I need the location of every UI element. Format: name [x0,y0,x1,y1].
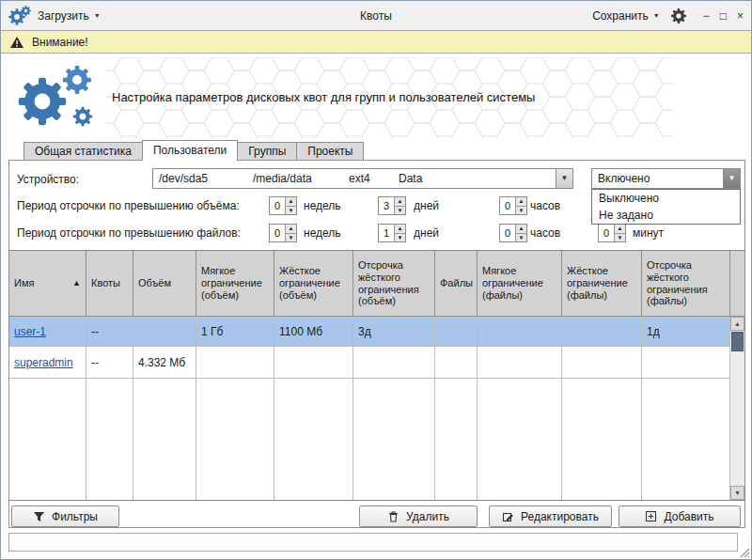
spinner-value[interactable]: 0 [599,225,614,241]
table-empty-area [478,379,562,500]
spinner-value[interactable]: 0 [500,225,515,241]
maximize-button[interactable]: □ [720,10,727,22]
device-filesystem: ext4 [349,172,399,185]
quota-state-arrow-button[interactable]: ▼ [723,169,740,188]
table-cell[interactable]: -- [86,347,133,379]
grace-volume-hours-spinner: 0 ▲ ▼ [499,196,527,215]
table-empty-area [9,379,86,500]
table-cell[interactable] [133,317,196,347]
edit-button[interactable]: Редактировать [489,506,612,527]
sort-ascending-icon: ▲ [72,278,81,288]
column-header-files[interactable]: Файлы [435,251,478,317]
scrollbar-header-cap [730,251,744,317]
spinner-down-icon[interactable]: ▼ [615,234,625,242]
spinner-down-icon[interactable]: ▼ [286,234,296,242]
tab-projects[interactable]: Проекты [296,142,364,161]
scrollbar-track[interactable] [730,331,744,486]
dropdown-option-disabled[interactable]: Выключено [592,190,740,207]
column-header-soft-limit-volume[interactable]: Мягкое ограничение (объём) [196,251,274,317]
spinner-value[interactable]: 1 [379,225,394,241]
grace-files-weeks-spinner: 0 ▲ ▼ [269,224,297,242]
chevron-down-icon: ▼ [728,175,736,182]
load-menu-button[interactable]: Загрузить ▼ [38,9,101,23]
spinner-down-icon[interactable]: ▼ [516,207,526,215]
quota-state-combobox[interactable]: Включено ▼ [591,168,741,189]
weeks-unit-label: недель [304,226,341,240]
filter-funnel-icon [33,511,45,522]
scrollbar-thumb[interactable] [731,332,744,351]
device-combobox-arrow-button[interactable]: ▼ [556,169,572,188]
spinner-down-icon[interactable]: ▼ [395,207,405,215]
spinner-up-icon[interactable]: ▲ [286,225,296,234]
column-header-soft-limit-files[interactable]: Мягкое ограничение (файлы) [478,251,562,317]
quota-state-dropdown-list: Выключено Не задано [591,189,741,225]
spinner-value[interactable]: 3 [379,197,394,214]
table-cell[interactable] [274,347,353,379]
device-combobox-value: /dev/sda5 /media/data ext4 Data [153,169,556,188]
tab-groups[interactable]: Группы [237,142,297,161]
table-cell[interactable] [478,317,562,347]
table-cell[interactable] [196,347,274,379]
hours-unit-label: часов [530,226,560,240]
settings-gear-icon[interactable] [671,8,686,23]
table-cell[interactable]: 3д [353,317,435,347]
resize-grip[interactable] [739,547,750,558]
table-cell[interactable]: 1д [642,317,730,347]
tab-users[interactable]: Пользователи [142,140,238,161]
table-cell[interactable] [642,347,730,379]
user-link[interactable]: user-1 [14,325,46,338]
spinner-down-icon[interactable]: ▼ [395,234,405,242]
table-cell[interactable] [435,347,478,379]
spinner-value[interactable]: 0 [270,197,285,214]
table-cell[interactable] [435,317,478,347]
filters-button[interactable]: Фильтры [11,506,119,527]
scroll-up-button[interactable]: ▲ [730,317,744,331]
device-combobox[interactable]: /dev/sda5 /media/data ext4 Data ▼ [152,168,573,189]
table-cell[interactable]: superadmin [9,347,86,379]
table-cell[interactable]: user-1 [9,317,86,347]
spinner-down-icon[interactable]: ▼ [286,207,296,215]
device-path: /dev/sda5 [159,172,253,185]
quota-state-value: Включено [598,172,650,185]
grace-volume-days-spinner: 3 ▲ ▼ [378,196,406,215]
dropdown-option-unset[interactable]: Не задано [592,207,740,224]
tab-general-statistics[interactable]: Общая статистика [24,142,143,161]
table-cell[interactable] [562,317,642,347]
column-header-name[interactable]: Имя ▲ [9,251,86,317]
spinner-up-icon[interactable]: ▲ [286,197,296,207]
table-cell[interactable]: -- [86,317,133,347]
table-cell[interactable] [562,347,642,379]
spinner-up-icon[interactable]: ▲ [516,197,526,207]
column-header-hard-limit-files[interactable]: Жёсткое ограничение (файлы) [562,251,642,317]
spinner-up-icon[interactable]: ▲ [615,225,625,234]
save-menu-button[interactable]: Сохранить ▼ [592,9,660,23]
user-link[interactable]: superadmin [14,356,73,369]
table-empty-area [86,379,133,500]
minimize-button[interactable]: − [703,10,710,22]
add-button[interactable]: Добавить [619,506,741,527]
close-button[interactable]: × [737,10,744,22]
scroll-down-button[interactable]: ▼ [730,486,744,500]
spinner-up-icon[interactable]: ▲ [395,225,405,234]
column-header-quotas[interactable]: Квоты [86,251,133,317]
column-header-label: Имя [14,277,34,289]
table-cell[interactable]: 1 Гб [196,317,274,347]
delete-button[interactable]: Удалить [359,506,478,527]
table-cell[interactable]: 1100 Мб [274,317,353,347]
table-cell[interactable]: 4.332 Мб [133,347,196,379]
tab-bar: Общая статистика Пользователи Группы Про… [24,140,364,161]
spinner-value[interactable]: 0 [270,225,285,241]
spinner-up-icon[interactable]: ▲ [395,197,405,207]
column-header-hard-limit-volume[interactable]: Жёсткое ограничение (объём) [274,251,353,317]
table-cell[interactable] [478,347,562,379]
spinner-up-icon[interactable]: ▲ [516,225,526,234]
page-title: Настройка параметров дисковых квот для г… [112,90,535,104]
column-header-grace-volume[interactable]: Отсрочка жёсткого ограничения (объём) [353,251,435,317]
column-header-volume[interactable]: Объём [133,251,196,317]
table-cell[interactable] [353,347,435,379]
column-header-grace-files[interactable]: Отсрочка жёсткого ограничения (файлы) [642,251,730,317]
weeks-unit-label: недель [304,199,341,212]
table-empty-area [435,379,478,500]
spinner-value[interactable]: 0 [500,197,515,214]
spinner-down-icon[interactable]: ▼ [516,234,526,242]
